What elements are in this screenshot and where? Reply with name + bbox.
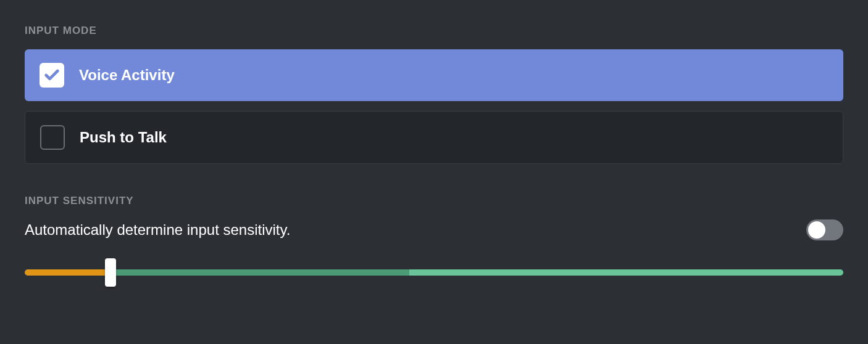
slider-segment-light-green	[409, 269, 843, 276]
auto-sensitivity-toggle[interactable]	[806, 219, 843, 240]
voice-activity-label: Voice Activity	[79, 67, 175, 84]
toggle-knob-icon	[808, 221, 825, 239]
auto-sensitivity-row: Automatically determine input sensitivit…	[25, 219, 843, 240]
checkbox-checked-icon	[40, 63, 64, 88]
input-mode-header: INPUT MODE	[25, 25, 843, 37]
input-sensitivity-header: INPUT SENSITIVITY	[25, 195, 843, 207]
slider-track	[25, 269, 843, 276]
voice-activity-option[interactable]: Voice Activity	[25, 49, 843, 101]
checkbox-unchecked-icon	[40, 125, 65, 150]
sensitivity-slider[interactable]	[25, 260, 843, 285]
slider-segment-orange	[25, 269, 111, 276]
input-mode-options: Voice Activity Push to Talk	[25, 49, 843, 164]
input-sensitivity-section: INPUT SENSITIVITY Automatically determin…	[25, 195, 843, 285]
push-to-talk-option[interactable]: Push to Talk	[25, 111, 843, 164]
slider-thumb[interactable]	[105, 258, 116, 287]
auto-sensitivity-label: Automatically determine input sensitivit…	[25, 221, 290, 239]
push-to-talk-label: Push to Talk	[80, 129, 167, 146]
input-mode-section: INPUT MODE Voice Activity Push to Talk	[25, 25, 843, 164]
slider-segment-dark-green	[111, 269, 409, 276]
